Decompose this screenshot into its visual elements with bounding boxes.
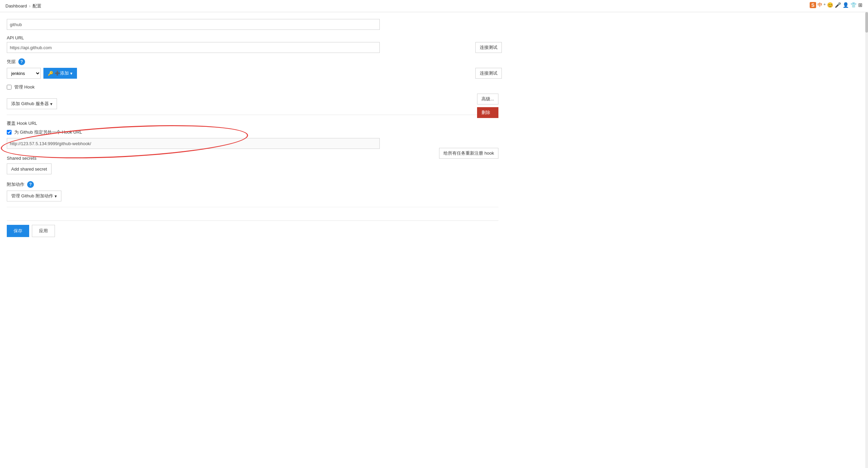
override-hook-url-heading: 覆盖 Hook URL	[7, 120, 498, 126]
save-button[interactable]: 保存	[7, 225, 29, 237]
credentials-label: 凭据	[7, 59, 16, 65]
api-url-label: API URL	[7, 35, 498, 40]
add-credentials-button[interactable]: 🔑 ➕添加 ▾	[43, 68, 77, 79]
github-name-input[interactable]	[7, 19, 380, 30]
manage-hook-checkbox[interactable]	[7, 85, 12, 90]
add-github-server-section: 添加 Github 服务器 ▾	[7, 98, 498, 109]
main-content: API URL 连接测试 凭据 ? jenkins	[0, 12, 868, 468]
additional-actions-label: 附加动作	[7, 181, 24, 188]
add-credentials-label: ➕添加	[55, 70, 69, 76]
im-s-icon[interactable]: S	[810, 2, 816, 8]
scrollbar-thumb[interactable]	[865, 12, 868, 33]
scrollbar-track	[865, 12, 868, 468]
credentials-help-icon[interactable]: ?	[18, 58, 25, 65]
im-punctuation-icon[interactable]: °	[824, 2, 826, 8]
github-name-section	[7, 19, 498, 30]
hook-url-input[interactable]	[7, 138, 380, 149]
credentials-select[interactable]: jenkins	[7, 68, 41, 79]
credentials-section: 凭据 ? jenkins 🔑 ➕添加 ▾ 连接测试	[7, 58, 498, 79]
shared-secrets-section: Shared secrets Add shared secret	[7, 156, 498, 174]
delete-button[interactable]: 删除	[477, 107, 498, 118]
apply-button[interactable]: 应用	[32, 225, 55, 237]
input-method-bar: S 中 ° 😊 🎤 👤 👕 ⊞	[810, 2, 863, 8]
breadcrumb-dashboard[interactable]: Dashboard	[5, 3, 27, 8]
im-cn-icon[interactable]: 中	[817, 2, 822, 8]
test-connection-button[interactable]: 连接测试	[475, 42, 502, 53]
im-emoji-icon[interactable]: 😊	[827, 2, 833, 8]
im-grid-icon[interactable]: ⊞	[858, 2, 863, 8]
override-hook-url-section: 覆盖 Hook URL 为 Github 指定另外一个 Hook URL	[7, 120, 498, 149]
manage-hook-section: 管理 Hook	[7, 84, 498, 90]
advanced-button[interactable]: 高级...	[477, 94, 498, 104]
re-register-hook-button[interactable]: 给所有任务重新注册 hook	[439, 148, 498, 159]
im-user-icon[interactable]: 👤	[843, 2, 849, 8]
im-shirt-icon[interactable]: 👕	[850, 2, 857, 8]
bottom-action-bar: 保存 应用	[7, 220, 498, 237]
add-github-server-button[interactable]: 添加 Github 服务器 ▾	[7, 98, 57, 109]
manage-hook-label: 管理 Hook	[14, 84, 35, 90]
right-action-panel: 高级... 删除	[477, 94, 498, 118]
breadcrumb-arrow: ›	[29, 3, 31, 8]
add-dropdown-arrow: ▾	[70, 71, 73, 76]
api-url-input[interactable]	[7, 42, 380, 53]
manage-github-addons-label: 管理 Github 附加动作	[11, 193, 53, 199]
breadcrumb-current: 配置	[33, 3, 41, 9]
override-checkbox-row: 为 Github 指定另外一个 Hook URL	[7, 129, 498, 135]
shared-secrets-heading: Shared secrets	[7, 156, 498, 161]
connection-test-button[interactable]: 连接测试	[475, 68, 502, 79]
add-key-icon: 🔑	[48, 71, 53, 76]
override-hook-url-checkbox[interactable]	[7, 130, 12, 135]
additional-actions-section: 附加动作 ? 管理 Github 附加动作 ▾	[7, 181, 498, 201]
next-section-divider	[7, 207, 498, 214]
breadcrumb-bar: Dashboard › 配置 S 中 ° 😊 🎤 👤 👕 ⊞	[0, 0, 868, 12]
manage-github-addons-button[interactable]: 管理 Github 附加动作 ▾	[7, 191, 61, 201]
manage-github-addons-arrow: ▾	[55, 194, 57, 199]
add-github-server-arrow: ▾	[50, 101, 53, 106]
im-mic-icon[interactable]: 🎤	[835, 2, 841, 8]
add-github-server-label: 添加 Github 服务器	[11, 101, 49, 107]
additional-actions-help-icon[interactable]: ?	[27, 181, 34, 188]
api-url-section: API URL 连接测试	[7, 35, 498, 53]
add-shared-secret-button[interactable]: Add shared secret	[7, 163, 52, 174]
re-register-section: 给所有任务重新注册 hook	[439, 148, 498, 159]
override-hook-url-label: 为 Github 指定另外一个 Hook URL	[14, 129, 82, 135]
